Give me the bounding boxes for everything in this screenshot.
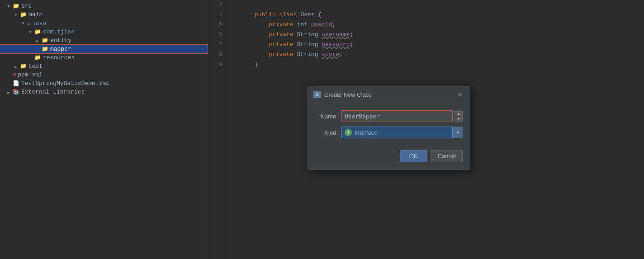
dialog-name-input[interactable] xyxy=(341,110,453,122)
editor-area: 3 4 5 6 7 8 9 public class User { privat… xyxy=(208,0,644,259)
arrow-entity xyxy=(36,38,41,43)
arrow-src xyxy=(7,4,12,9)
dialog-footer: OK Cancel xyxy=(308,150,470,170)
sidebar-label-pom: pom.xml xyxy=(18,71,43,78)
sidebar-item-pom[interactable]: m pom.xml xyxy=(0,71,208,79)
dialog-sort-buttons: ▲ ▼ xyxy=(455,111,463,122)
arrow-resources xyxy=(29,56,33,60)
create-new-class-dialog: J Create New Class ✕ Name: ▲ ▼ xyxy=(308,86,470,170)
ok-button[interactable]: OK xyxy=(400,150,427,162)
dialog-title-icon: J xyxy=(313,91,321,98)
line-num-5: 5 xyxy=(208,20,222,30)
sidebar-item-resources[interactable]: 📁 resources xyxy=(0,53,208,62)
dialog-kind-value: Interface xyxy=(355,129,450,136)
sidebar-label-main: main xyxy=(28,11,43,18)
line-num-7: 7 xyxy=(208,40,222,50)
sidebar-label-entity: entity xyxy=(50,37,71,44)
sidebar-label-resources: resources xyxy=(43,54,75,61)
sidebar-label-comtjise: com.tjise xyxy=(43,28,75,35)
line-num-3: 3 xyxy=(208,0,222,10)
kind-dropdown-button[interactable]: ▼ xyxy=(453,127,463,138)
code-line-3: public class User { xyxy=(233,0,637,10)
arrow-comtjise xyxy=(29,30,33,34)
arrow-extlibs xyxy=(7,90,12,94)
sidebar-label-extlibs: External Libraries xyxy=(21,89,85,95)
line-numbers: 3 4 5 6 7 8 9 xyxy=(208,0,226,259)
arrow-test xyxy=(14,64,19,69)
arrow-iml xyxy=(7,81,12,86)
code-line-9 xyxy=(233,60,637,70)
sidebar-label-mapper: mapper xyxy=(50,46,71,52)
sort-up-button[interactable]: ▲ xyxy=(455,111,463,116)
sidebar-item-extlibs[interactable]: 📚 External Libraries xyxy=(0,88,208,96)
dialog-kind-select[interactable]: I Interface xyxy=(341,127,453,138)
dialog-titlebar: J Create New Class ✕ xyxy=(308,86,470,103)
arrow-main xyxy=(14,13,19,17)
dialog-kind-label: Kind: xyxy=(315,129,338,136)
sidebar-item-main[interactable]: 📁 main xyxy=(0,10,208,19)
dialog-kind-row: Kind: I Interface ▼ xyxy=(315,127,463,138)
arrow-pom xyxy=(7,73,12,77)
sidebar-label-test: test xyxy=(28,63,43,70)
sidebar-item-iml[interactable]: 📄 TestSpringMyBatisDemo.iml xyxy=(0,79,208,88)
line-num-6: 6 xyxy=(208,30,222,40)
sidebar-item-mapper[interactable]: 📁 mapper xyxy=(0,45,208,53)
sort-down-button[interactable]: ▼ xyxy=(455,117,463,122)
cancel-button[interactable]: Cancel xyxy=(431,150,463,162)
arrow-java xyxy=(22,21,26,26)
sidebar-item-comtjise[interactable]: 📁 com.tjise xyxy=(0,28,208,36)
line-num-9: 9 xyxy=(208,60,222,70)
sidebar-label-src: src xyxy=(21,3,32,9)
sidebar-item-test[interactable]: 📁 test xyxy=(0,62,208,71)
sidebar-item-src[interactable]: 📁 src xyxy=(0,2,208,10)
sidebar-label-java: java xyxy=(32,20,46,27)
sidebar-item-entity[interactable]: 📁 entity xyxy=(0,36,208,45)
sidebar-item-java[interactable]: ☕ java xyxy=(0,19,208,28)
sidebar: 📁 src 📁 main ☕ java 📁 com.tjise 📁 entity… xyxy=(0,0,208,259)
dialog-close-button[interactable]: ✕ xyxy=(455,90,464,99)
interface-icon: I xyxy=(345,129,352,136)
dialog-body: Name: ▲ ▼ Kind: I Int xyxy=(308,103,470,150)
dialog-name-label: Name: xyxy=(315,113,338,120)
arrow-mapper xyxy=(36,47,41,52)
dialog-name-row: Name: ▲ ▼ xyxy=(315,110,463,122)
line-num-4: 4 xyxy=(208,10,222,20)
dialog-kind-wrap: I Interface ▼ xyxy=(341,127,463,138)
dialog-title-text: Create New Class xyxy=(324,91,455,98)
line-num-8: 8 xyxy=(208,50,222,60)
sidebar-label-iml: TestSpringMyBatisDemo.iml xyxy=(21,80,109,87)
dialog-name-input-wrap: ▲ ▼ xyxy=(341,110,463,122)
